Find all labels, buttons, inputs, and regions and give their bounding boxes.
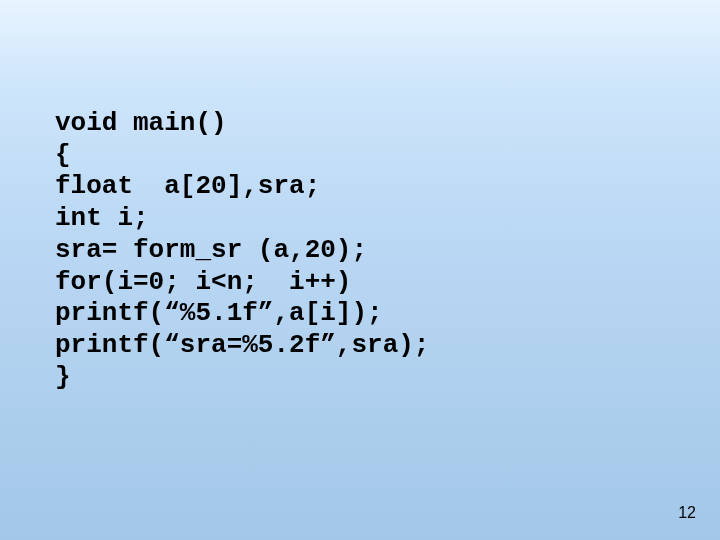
- slide: void main() { float a[20],sra; int i; sr…: [0, 0, 720, 540]
- code-block: void main() { float a[20],sra; int i; sr…: [55, 108, 429, 393]
- page-number: 12: [678, 504, 696, 522]
